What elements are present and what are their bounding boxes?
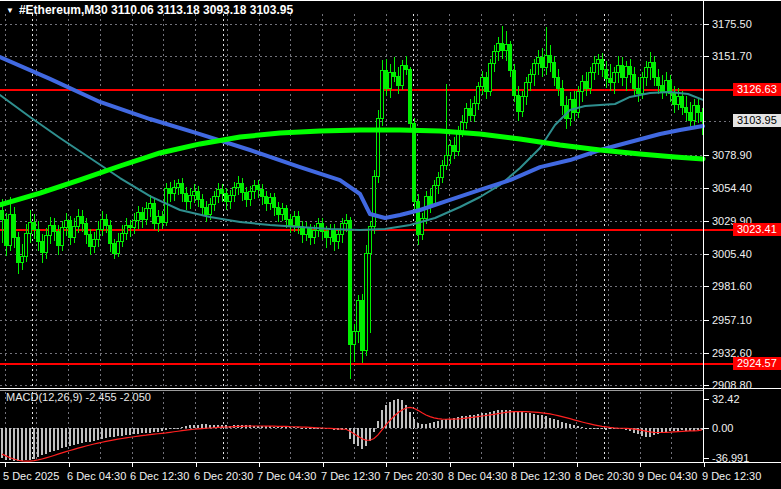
price-axis-label: 3078.90 bbox=[712, 149, 752, 161]
price-level-tag: 3023.41 bbox=[733, 223, 781, 236]
time-axis-label: 5 Dec 2025 bbox=[3, 470, 59, 482]
price-axis-label: 2908.80 bbox=[712, 379, 752, 391]
time-axis-label: 6 Dec 04:30 bbox=[67, 470, 126, 482]
chart-title-text: #Ethereum,M30 3110.06 3113.18 3093.18 31… bbox=[19, 3, 293, 17]
price-axis-label: 3151.70 bbox=[712, 50, 752, 62]
price-level-tag: 3126.63 bbox=[733, 83, 781, 96]
chart-canvas[interactable] bbox=[0, 0, 781, 489]
time-axis-label: 6 Dec 20:30 bbox=[194, 470, 253, 482]
price-axis-label: 3054.40 bbox=[712, 182, 752, 194]
time-axis-label: 9 Dec 12:30 bbox=[702, 470, 761, 482]
time-axis-label: 7 Dec 12:30 bbox=[321, 470, 380, 482]
time-axis-label: 8 Dec 04:30 bbox=[448, 470, 507, 482]
time-axis-label: 8 Dec 12:30 bbox=[511, 470, 570, 482]
time-axis-label: 6 Dec 12:30 bbox=[130, 470, 189, 482]
price-axis-label: 2957.10 bbox=[712, 314, 752, 326]
current-price-tag: 3103.95 bbox=[733, 114, 781, 127]
macd-axis-label: 32.42 bbox=[712, 393, 740, 405]
macd-indicator-label: MACD(12,26,9) -2.455 -2.050 bbox=[6, 391, 151, 403]
time-axis-label: 8 Dec 20:30 bbox=[575, 470, 634, 482]
macd-axis-label: 0.00 bbox=[712, 422, 733, 434]
price-level-tag: 2924.57 bbox=[733, 357, 781, 370]
price-axis-label: 2981.60 bbox=[712, 280, 752, 292]
price-axis-label: 3175.50 bbox=[712, 18, 752, 30]
trading-chart-window: ▼#Ethereum,M30 3110.06 3113.18 3093.18 3… bbox=[0, 0, 781, 489]
time-axis-label: 7 Dec 04:30 bbox=[257, 470, 316, 482]
macd-axis-label: -36.991 bbox=[712, 452, 749, 464]
price-axis-label: 3005.40 bbox=[712, 248, 752, 260]
chart-title: ▼#Ethereum,M30 3110.06 3113.18 3093.18 3… bbox=[6, 3, 293, 17]
time-axis-label: 9 Dec 04:30 bbox=[638, 470, 697, 482]
chart-menu-icon[interactable]: ▼ bbox=[6, 6, 14, 15]
time-axis-label: 7 Dec 20:30 bbox=[384, 470, 443, 482]
